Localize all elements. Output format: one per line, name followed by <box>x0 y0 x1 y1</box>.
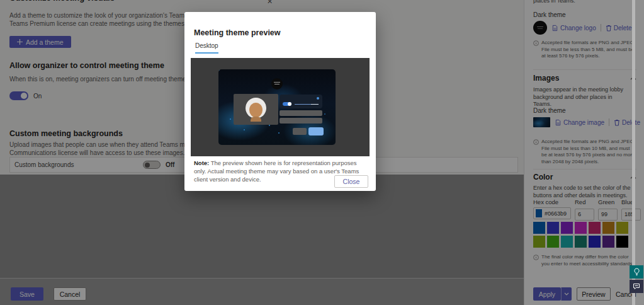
device-option-bar <box>280 118 322 124</box>
video-preview-tile <box>234 94 278 125</box>
meeting-logo-badge <box>271 78 283 89</box>
theme-preview-frame <box>191 58 370 156</box>
audio-option-bar <box>280 110 322 116</box>
mock-cancel-button <box>293 128 307 135</box>
panel-scrollbar[interactable] <box>632 0 635 305</box>
network-background <box>218 69 220 71</box>
feedback-widget-button[interactable] <box>630 280 643 293</box>
mock-join-button <box>308 127 324 135</box>
tab-desktop[interactable]: Desktop <box>195 42 218 54</box>
volume-slider <box>295 104 319 105</box>
chat-icon <box>633 283 640 290</box>
close-button[interactable]: Close <box>334 175 368 188</box>
dialog-title: Meeting theme preview <box>194 28 281 37</box>
lightbulb-icon <box>633 268 640 276</box>
help-widget-button[interactable] <box>630 265 643 279</box>
camera-toggle <box>283 102 291 106</box>
meeting-prejoin-mockup <box>218 69 336 145</box>
meeting-theme-preview-dialog: Meeting theme preview Desktop <box>184 12 376 191</box>
camera-indicator-dot <box>317 97 319 100</box>
avatar <box>246 98 266 122</box>
camera-controls-bar <box>280 95 322 108</box>
